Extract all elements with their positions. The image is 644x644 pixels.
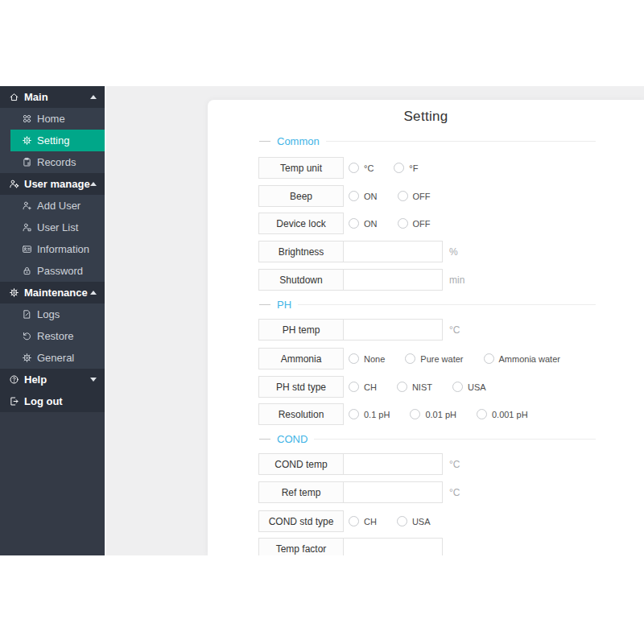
radio-group: None Pure water Ammonia water [349,353,580,364]
sidebar-item-logs[interactable]: Logs [0,303,105,325]
section-line [298,304,596,305]
section-header-cond: COND [259,432,596,445]
sidebar-item-general[interactable]: General [0,347,105,369]
radio-option-0-01-ph[interactable]: 0.01 pH [410,409,456,419]
radio-button[interactable] [349,409,359,419]
radio-option-pure-water[interactable]: Pure water [405,353,463,364]
radio-button[interactable] [452,382,463,392]
chevron-up-icon [90,182,97,186]
sidebar-item-label: Log out [24,395,63,407]
shutdown-input[interactable] [343,269,443,291]
radio-option-nist[interactable]: NIST [397,382,432,392]
sidebar-item-label: Records [37,156,76,168]
radio-button[interactable] [349,353,359,364]
radio-option-off[interactable]: OFF [398,191,431,201]
field-label: Temp unit [258,157,344,179]
row-brightness: Brightness % [258,241,644,262]
section-line [314,439,596,440]
radio-button[interactable] [349,516,359,526]
radio-button[interactable] [397,382,407,392]
radio-option-none[interactable]: None [349,353,385,364]
sidebar-item-maintenance[interactable]: Maintenance [0,282,105,303]
sidebar-item-setting[interactable]: Setting [0,130,105,151]
radio-button[interactable] [349,382,359,392]
radio-button[interactable] [398,191,408,201]
radio-option-usa[interactable]: USA [452,382,486,392]
sidebar-item-restore[interactable]: Restore [0,325,105,347]
radio-button[interactable] [477,409,487,419]
field-label: PH temp [258,319,344,341]
radio-group: CH USA [349,516,451,526]
radio-group: ON OFF [349,191,451,201]
row-cond-std-type: COND std type CH USA [258,510,644,532]
row-temp-unit: Temp unit °C °F [258,157,644,179]
row-resolution: Resolution 0.1 pH 0.01 pH 0.001 pH [258,403,644,425]
row-ref-temp: Ref temp °C [258,481,644,503]
radio-button[interactable] [349,218,359,229]
sidebar-item-label: Add User [37,200,80,212]
radio-option-on[interactable]: ON [349,218,378,229]
radio-option-off[interactable]: OFF [398,218,431,229]
radio-option-ch[interactable]: CH [349,382,377,392]
sidebar-item-main[interactable]: Main [0,86,105,108]
radio-option-on[interactable]: ON [349,191,378,201]
row-ammonia: Ammonia None Pure water Ammonia water [258,348,644,369]
radio-option-celsius[interactable]: °C [349,163,374,173]
home-icon [9,92,19,102]
radio-option-0-1-ph[interactable]: 0.1 pH [349,409,390,419]
sidebar-item-label: Logs [37,308,60,320]
radio-button[interactable] [397,516,407,526]
sidebar: Main Home Setting Records User manage Ad… [0,86,105,555]
field-label: Brightness [258,241,344,262]
section-dash [259,304,270,305]
radio-button[interactable] [349,163,359,173]
section-header-common: Common [259,134,596,147]
sidebar-item-records[interactable]: Records [0,151,105,173]
sidebar-item-label: Restore [37,330,74,342]
sidebar-item-password[interactable]: Password [0,260,105,282]
field-label: Beep [258,185,344,207]
ref-temp-input[interactable] [343,481,443,503]
gear-icon [9,287,19,298]
app-window: Main Home Setting Records User manage Ad… [0,86,644,555]
radio-button[interactable] [484,353,494,364]
sidebar-item-help[interactable]: Help [0,369,105,390]
sidebar-item-label: Main [24,91,48,103]
ph-temp-input[interactable] [343,319,443,341]
section-header-ph: PH [259,298,596,311]
radio-option-ch[interactable]: CH [349,516,377,526]
chevron-down-icon [90,378,97,382]
radio-button[interactable] [394,163,404,173]
radio-option-0-001-ph[interactable]: 0.001 pH [477,409,528,419]
user-list-icon [22,222,32,233]
cond-temp-input[interactable] [343,453,443,475]
sidebar-item-label: Setting [37,134,69,147]
radio-button[interactable] [410,409,420,419]
sidebar-item-user-manage[interactable]: User manage [0,173,105,195]
unit-suffix: °C [449,487,460,498]
radio-button[interactable] [349,191,359,201]
sidebar-item-user-list[interactable]: User List [0,217,105,238]
settings-panel: Setting Common Temp unit °C °F Beep ON O… [208,100,644,555]
temp-factor-input[interactable] [343,538,443,555]
section-line [326,141,596,142]
sidebar-item-log-out[interactable]: Log out [0,390,105,412]
brightness-input[interactable] [343,241,443,262]
radio-button[interactable] [398,218,408,229]
radio-option-fahrenheit[interactable]: °F [394,163,418,173]
radio-button[interactable] [405,353,415,364]
sidebar-item-label: Password [37,265,83,277]
sidebar-item-information[interactable]: Information [0,238,105,260]
cog-icon [22,353,32,363]
sidebar-item-label: User manage [24,178,90,190]
help-icon [9,374,19,385]
sidebar-item-label: General [37,352,74,364]
radio-option-usa[interactable]: USA [397,516,431,526]
sidebar-item-add-user[interactable]: Add User [0,195,105,217]
restore-icon [22,331,32,341]
sidebar-item-home[interactable]: Home [0,108,105,130]
radio-group: 0.1 pH 0.01 pH 0.001 pH [349,409,548,419]
records-icon [22,157,32,167]
field-label: Ref temp [258,481,344,503]
radio-option-ammonia-water[interactable]: Ammonia water [484,353,560,364]
